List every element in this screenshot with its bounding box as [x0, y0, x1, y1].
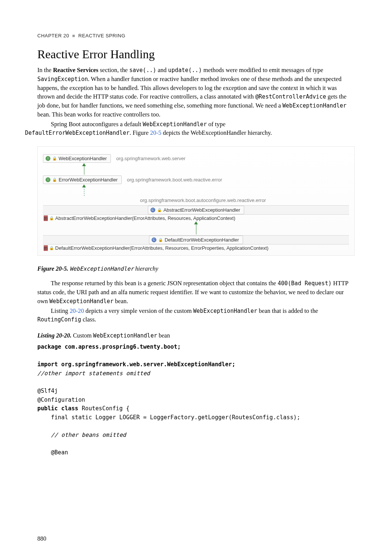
lock-icon: 🔒	[157, 208, 162, 212]
code-listing: package com.apress.prospring6.twenty.boo…	[37, 343, 355, 457]
interface-icon: I	[46, 177, 50, 182]
diagram-node-defaulterrorwebexceptionhandler: C 🔒 DefaultErrorWebExceptionHandler	[149, 236, 243, 244]
extends-arrow-icon	[43, 222, 349, 234]
method-icon: m	[44, 245, 48, 251]
paragraph-1: In the Reactive Services section, the sa…	[37, 66, 355, 119]
figure-ref-link[interactable]: 20-5	[150, 129, 161, 136]
hierarchy-diagram: I 🔒 WebExceptionHandler org.springframew…	[37, 146, 355, 256]
page-number: 880	[37, 535, 46, 542]
interface-icon: I	[46, 156, 50, 161]
class-icon: C	[152, 237, 156, 242]
section-heading: Reactive Error Handling	[37, 47, 355, 61]
lock-icon: 🔒	[49, 246, 54, 250]
page: CHAPTER 20 ■ REACTIVE SPRING Reactive Er…	[0, 0, 392, 560]
diagram-package-2: org.springframework.boot.web.reactive.er…	[127, 177, 222, 183]
paragraph-3: The response returned by this bean is a …	[37, 279, 355, 305]
diagram-node-abstracterrorwebexceptionhandler: C 🔒 AbstractErrorWebExceptionHandler	[148, 206, 245, 214]
extends-arrow-icon	[65, 164, 349, 175]
listing-caption: Listing 20-20. Custom WebExceptionHandle…	[37, 332, 355, 339]
figure-caption: Figure 20-5. WebExceptionHandler hierarc…	[37, 265, 355, 272]
paragraph-4: Listing 20-20 depicts a very simple vers…	[37, 307, 355, 324]
running-header: CHAPTER 20 ■ REACTIVE SPRING	[37, 33, 355, 38]
chapter-label: CHAPTER 20	[37, 33, 69, 38]
lock-icon: 🔒	[49, 216, 54, 220]
diagram-node-webexceptionhandler: I 🔒 WebExceptionHandler	[43, 154, 111, 163]
paragraph-2: Spring Boot autoconfigures a default Web…	[37, 120, 355, 138]
method-icon: m	[44, 215, 48, 221]
lock-icon: 🔒	[158, 238, 163, 242]
diagram-constructor-2: DefaultErrorWebExceptionHandler(ErrorAtt…	[55, 245, 268, 251]
listing-ref-link[interactable]: 20-20	[70, 307, 84, 314]
diagram-constructor-1: AbstractErrorWebExceptionHandler(ErrorAt…	[55, 215, 235, 221]
implements-arrow-icon	[65, 185, 349, 196]
diagram-node-errorwebexceptionhandler: I 🔒 ErrorWebExceptionHandler	[43, 175, 122, 184]
diagram-package-1: org.springframework.web.server	[116, 156, 186, 161]
lock-icon: 🔒	[52, 156, 57, 161]
class-icon: C	[150, 208, 155, 212]
diagram-package-3: org.springframework.boot.autoconfigure.w…	[43, 196, 349, 205]
header-separator-icon: ■	[72, 33, 75, 38]
lock-icon: 🔒	[52, 178, 57, 182]
chapter-title: REACTIVE SPRING	[78, 33, 125, 38]
